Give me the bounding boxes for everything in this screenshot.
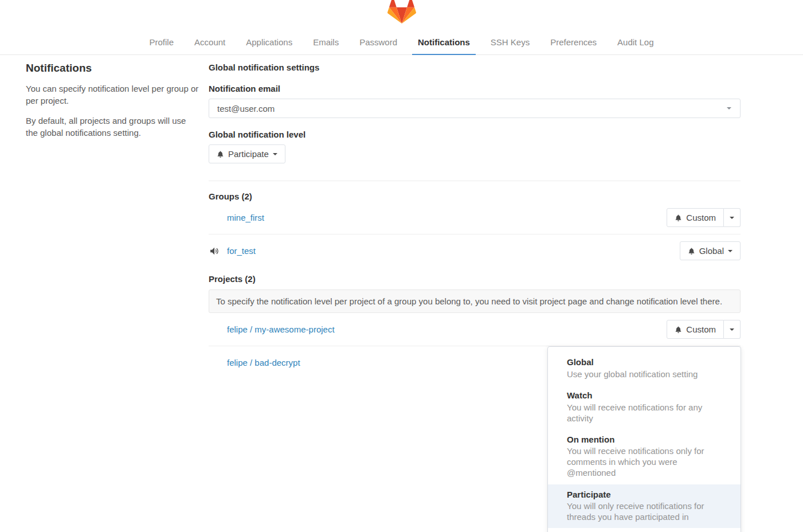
notification-email-select[interactable]: test@user.com (209, 99, 741, 118)
group-mine-first-level-label: Custom (686, 213, 716, 222)
bell-icon (675, 214, 682, 222)
global-level-button-label: Participate (228, 149, 269, 159)
notifications-sidebar: Notifications You can specify notificati… (26, 55, 199, 139)
group-for-test-level-label: Global (699, 246, 724, 256)
global-level-label: Global notification level (209, 130, 741, 139)
profile-settings-nav: Profile Account Applications Emails Pass… (0, 31, 803, 55)
dropdown-item-watch[interactable]: Watch You will receive notifications for… (548, 385, 741, 429)
tab-audit-log[interactable]: Audit Log (612, 31, 659, 55)
sidebar-description-1: You can specify notification level per g… (26, 83, 199, 107)
projects-heading: Projects (2) (209, 274, 741, 284)
caret-down-icon (273, 153, 277, 155)
group-link-for-test[interactable]: for_test (227, 246, 256, 256)
group-mine-first-level-button[interactable]: Custom (667, 208, 724, 227)
divider (209, 181, 741, 181)
page-title: Notifications (26, 62, 199, 75)
dropdown-item-global[interactable]: Global Use your global notification sett… (548, 352, 741, 385)
dropdown-item-participate[interactable]: Participate You will only receive notifi… (548, 484, 741, 529)
dropdown-item-description: Use your global notification setting (567, 369, 727, 380)
group-level-split-button: Custom (667, 208, 741, 227)
group-link-mine-first[interactable]: mine_first (227, 213, 264, 222)
group-for-test-level-button[interactable]: Global (680, 241, 741, 260)
group-row-for-test: for_test Global (209, 234, 741, 267)
group-mine-first-caret-button[interactable] (724, 208, 741, 227)
dropdown-item-description: You will receive notifications for any a… (567, 402, 727, 424)
project-level-split-button: Custom (667, 320, 741, 339)
global-settings-heading: Global notification settings (209, 62, 741, 72)
dropdown-item-on-mention[interactable]: On mention You will receive notification… (548, 429, 741, 484)
tab-emails[interactable]: Emails (307, 31, 344, 55)
notification-email-label: Notification email (209, 84, 741, 93)
tab-ssh-keys[interactable]: SSH Keys (485, 31, 535, 55)
bell-icon (688, 247, 695, 255)
tab-applications[interactable]: Applications (240, 31, 298, 55)
dropdown-item-title: Participate (567, 490, 727, 500)
bell-icon (217, 150, 224, 158)
notification-level-dropdown: Global Use your global notification sett… (547, 346, 741, 532)
tab-preferences[interactable]: Preferences (545, 31, 602, 55)
project-my-awesome-level-button[interactable]: Custom (667, 320, 724, 339)
bell-icon (675, 326, 682, 334)
group-row-mine-first: mine_first Custom (209, 201, 741, 234)
project-my-awesome-level-label: Custom (686, 324, 716, 334)
dropdown-item-title: On mention (567, 435, 727, 445)
dropdown-item-title: Global (567, 357, 727, 368)
notification-settings-main: Global notification settings Notificatio… (209, 55, 741, 379)
sidebar-description-2: By default, all projects and groups will… (26, 115, 199, 139)
dropdown-item-title: Watch (567, 390, 727, 401)
dropdown-item-description: You will receive notifications only for … (567, 445, 727, 478)
page-header: Profile Account Applications Emails Pass… (0, 0, 803, 55)
caret-down-icon (728, 250, 733, 252)
project-link-bad-decrypt[interactable]: felipe / bad-decrypt (227, 358, 300, 367)
tab-account[interactable]: Account (189, 31, 231, 55)
caret-down-icon (730, 217, 734, 219)
project-my-awesome-caret-button[interactable] (724, 320, 741, 339)
gitlab-tanuki-logo-icon (387, 0, 416, 24)
project-row-my-awesome-project: felipe / my-awesome-project Custom (209, 313, 741, 346)
projects-notice: To specify the notification level per pr… (209, 290, 741, 313)
chevron-down-icon (727, 107, 731, 109)
project-link-my-awesome-project[interactable]: felipe / my-awesome-project (227, 324, 335, 334)
dropdown-item-description: You will only receive notifications for … (567, 500, 727, 522)
dropdown-item-disabled[interactable]: Disabled You will not get any notificati… (548, 528, 741, 532)
notification-email-value: test@user.com (217, 104, 275, 114)
caret-down-icon (730, 328, 734, 331)
tab-profile[interactable]: Profile (144, 31, 180, 55)
global-level-button[interactable]: Participate (209, 144, 285, 163)
tab-notifications[interactable]: Notifications (412, 31, 476, 55)
groups-heading: Groups (2) (209, 191, 741, 201)
tab-password[interactable]: Password (354, 31, 403, 55)
volume-up-icon (210, 247, 220, 255)
